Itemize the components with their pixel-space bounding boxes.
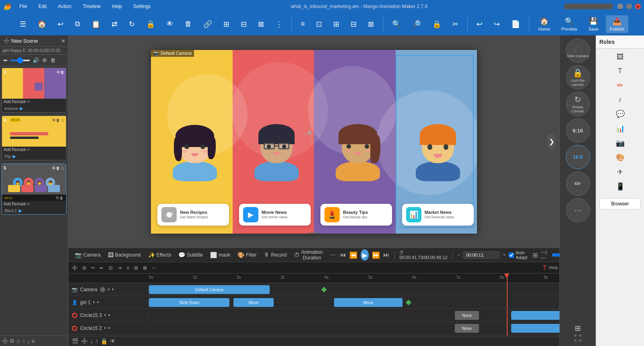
more-btn[interactable]: ⋯ xyxy=(327,251,339,259)
duration-input[interactable] xyxy=(463,251,500,259)
playhead-line[interactable] xyxy=(507,273,508,283)
card-new-recipes[interactable]: 🍽️ New Recipes Get latest recipes xyxy=(157,204,229,226)
tl-align-center[interactable]: ⊟ xyxy=(107,264,114,271)
roles-shape[interactable]: ✏ xyxy=(598,79,642,92)
effects-btn[interactable]: ✨ Effects xyxy=(145,251,174,259)
block-move-1[interactable]: Move xyxy=(233,298,274,307)
rotate-canvas-btn[interactable]: ↻ Rotate Canvas xyxy=(566,92,590,116)
tool-delete[interactable]: 🗑 xyxy=(181,18,196,30)
maximize-button[interactable]: □ xyxy=(626,4,632,9)
scene3-copy[interactable]: ⧉ xyxy=(57,70,60,75)
volume-slider[interactable] xyxy=(10,60,30,61)
scene-collapse[interactable]: ≡ xyxy=(31,338,35,344)
tool-select[interactable]: ☰ xyxy=(16,18,30,30)
view-camera-btn[interactable]: 🎥 View Camera xyxy=(566,39,590,63)
scene-down[interactable]: ↓ xyxy=(27,338,30,344)
tool-undo2[interactable]: ↩ xyxy=(473,18,487,30)
play-btn[interactable]: ▶ xyxy=(361,249,369,261)
tl-align-right[interactable]: ⇥ xyxy=(116,264,123,271)
more-rp-btn[interactable]: ⋯ xyxy=(566,198,590,222)
tool-more1[interactable]: ⊡ xyxy=(312,18,326,30)
minimize-button[interactable]: _ xyxy=(617,4,623,9)
scene5-copy[interactable]: ⧉ xyxy=(52,166,55,170)
scene-add[interactable]: ➕ xyxy=(2,338,8,344)
block-aperture-2[interactable]: Aperture xyxy=(511,324,559,333)
tool-rotate[interactable]: ↻ xyxy=(125,18,139,30)
tool-doc[interactable]: 📄 xyxy=(507,18,524,30)
skip-back-btn[interactable]: ⏮ xyxy=(340,251,346,259)
tool-more2[interactable]: ⊞ xyxy=(329,18,343,30)
browser-button[interactable]: Browser xyxy=(599,198,641,209)
scene-duplicate[interactable]: ⧉ xyxy=(10,338,14,344)
preview-button[interactable]: 🔍 Preview xyxy=(557,15,581,33)
roles-filter2[interactable]: 🎨 xyxy=(598,151,642,164)
ctrl-btn-4[interactable]: 🗑 xyxy=(50,56,56,64)
zoom-slider[interactable] xyxy=(552,252,559,258)
subtitle-btn[interactable]: 💬 Subtitle xyxy=(175,251,206,259)
tool-ungroup[interactable]: ⊟ xyxy=(237,18,251,30)
block-aperture-1[interactable]: Aperture xyxy=(511,311,559,320)
scene3-play[interactable]: ▶ xyxy=(20,106,23,111)
tool-paste[interactable]: 📋 xyxy=(87,18,104,30)
tool-lock[interactable]: 🔒 xyxy=(142,18,159,30)
tool-eye[interactable]: 👁 xyxy=(162,18,178,30)
roles-image[interactable]: 🖼 xyxy=(598,50,642,64)
home-button[interactable]: 🏠 Home xyxy=(534,15,554,33)
scene4-edit[interactable]: ✏ xyxy=(27,147,30,152)
block-none-1[interactable]: None xyxy=(455,311,479,320)
help-label[interactable]: ❓ Help xyxy=(542,265,558,270)
collapse-right[interactable]: ❯ xyxy=(547,134,555,150)
ratio-916-btn[interactable]: 9:16 xyxy=(566,118,590,143)
roles-text[interactable]: T xyxy=(598,64,642,78)
roles-music[interactable]: ♪ xyxy=(598,93,642,106)
filter-btn[interactable]: 🎨 Filter xyxy=(234,251,260,259)
canvas-area[interactable]: 📷 Default Camera xyxy=(68,35,559,248)
tl-duplicate[interactable]: ⧉ xyxy=(81,264,88,271)
roles-photo[interactable]: 📷 xyxy=(598,136,642,150)
ratio-169-btn[interactable]: 16:9 xyxy=(566,145,590,169)
next-frame-btn[interactable]: ⏩ xyxy=(372,251,380,259)
track-visible[interactable]: 👁 xyxy=(110,338,116,344)
scene-star[interactable]: ☆ xyxy=(16,338,21,344)
menu-file[interactable]: File xyxy=(16,3,30,10)
block-none-2[interactable]: None xyxy=(455,324,479,333)
close-button[interactable]: × xyxy=(635,4,641,9)
scene5-delete[interactable]: 🗑 xyxy=(56,166,60,170)
save-button[interactable]: 💾 Save xyxy=(584,15,603,33)
menu-edit[interactable]: Edit xyxy=(35,3,50,10)
ctrl-btn-2[interactable]: 🔊 xyxy=(32,56,40,64)
menu-settings[interactable]: Settings xyxy=(130,3,154,10)
rp-grid[interactable]: ⊞ xyxy=(574,324,582,333)
background-btn[interactable]: 🖼 Background xyxy=(105,251,144,259)
tool-align[interactable]: ⊠ xyxy=(254,18,268,30)
card-market-news[interactable]: 📊 Market News Get financial news xyxy=(402,204,474,226)
tool-flip[interactable]: ⇄ xyxy=(107,18,122,30)
menu-help[interactable]: Help xyxy=(109,3,125,10)
track-down[interactable]: ↓ xyxy=(90,338,93,344)
scene4-delete[interactable]: 🗑 xyxy=(56,118,60,122)
rp-fullscreen[interactable]: ⛶ xyxy=(574,334,582,343)
lock-canvas-btn[interactable]: 🔒 Lock the canvas xyxy=(566,65,590,89)
tool-zoom-out[interactable]: 🔍 xyxy=(388,18,405,30)
roles-screen[interactable]: 📱 xyxy=(598,180,642,193)
tool-more4[interactable]: ⊠ xyxy=(364,18,378,30)
scene3-delete[interactable]: 🗑 xyxy=(60,70,64,75)
edit-btn[interactable]: ✏ xyxy=(566,172,590,196)
block-slide-down[interactable]: Slide Down xyxy=(149,298,229,307)
tool-lock2[interactable]: 🔒 xyxy=(428,18,445,30)
tool-zoom-in[interactable]: 🔎 xyxy=(408,18,425,30)
tool-home[interactable]: 🏠 xyxy=(33,18,50,30)
scene5-edit[interactable]: ✏ xyxy=(27,202,30,206)
mask-btn[interactable]: ⬜ mask xyxy=(207,251,233,259)
record-btn[interactable]: 🎙 Record xyxy=(261,251,290,259)
card-beauty-tips[interactable]: 💄 Beauty Tips Get beauty tips xyxy=(320,204,392,226)
scene-item-5[interactable]: 5 ⧉ 🗑 ☆ 👧 👨 👩 👦 xyxy=(2,164,66,215)
track-up[interactable]: ↑ xyxy=(95,338,98,344)
auto-adapt-checkbox[interactable] xyxy=(509,253,514,258)
tool-align2[interactable]: ≡ xyxy=(297,18,309,30)
menu-timeline[interactable]: Timeline xyxy=(79,3,104,10)
scenes-menu-icon[interactable]: ≡ xyxy=(62,38,65,44)
ctrl-btn-1[interactable]: ⬅ xyxy=(2,56,8,64)
roles-chart[interactable]: 📊 xyxy=(598,122,642,135)
tl-add-track[interactable]: ➕ xyxy=(70,264,79,271)
